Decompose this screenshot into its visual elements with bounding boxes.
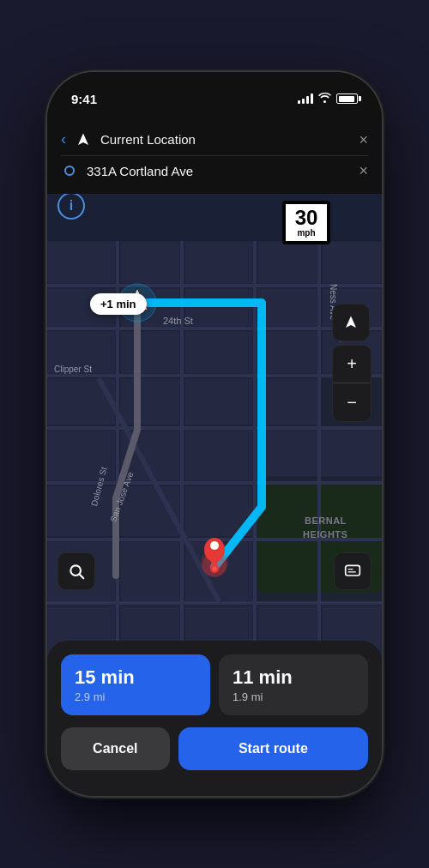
info-bubble: +1 min bbox=[90, 293, 147, 315]
route-option-1-dist: 2.9 mi bbox=[75, 690, 196, 703]
zoom-controls: + − bbox=[332, 345, 372, 422]
info-button[interactable]: i bbox=[57, 192, 85, 220]
start-route-button[interactable]: Start route bbox=[178, 727, 368, 770]
svg-rect-16 bbox=[47, 378, 116, 425]
svg-rect-3 bbox=[184, 241, 253, 284]
status-icons bbox=[298, 93, 358, 105]
svg-rect-12 bbox=[120, 331, 180, 374]
svg-rect-18 bbox=[184, 378, 253, 425]
destination-text: 331A Cortland Ave bbox=[87, 164, 350, 178]
search-area: ‹ Current Location × 331A Cortland Ave × bbox=[47, 115, 382, 194]
svg-text:BERNAL: BERNAL bbox=[305, 515, 347, 526]
action-buttons: Cancel Start route bbox=[61, 727, 368, 770]
map-controls: + − bbox=[332, 304, 372, 422]
origin-text: Current Location bbox=[100, 132, 350, 147]
svg-rect-2 bbox=[120, 241, 180, 284]
svg-rect-9 bbox=[257, 288, 317, 327]
route-option-2[interactable]: 11 min 1.9 mi bbox=[219, 654, 368, 715]
origin-close-button[interactable]: × bbox=[359, 132, 368, 148]
route-option-1[interactable]: 15 min 2.9 mi bbox=[61, 654, 210, 715]
speed-limit-sign: 30 mph bbox=[282, 201, 330, 244]
route-option-1-time: 15 min bbox=[75, 666, 196, 689]
destination-row: 331A Cortland Ave × bbox=[61, 156, 368, 185]
phone-frame: 9:41 ‹ bbox=[47, 72, 382, 796]
svg-text:24th St: 24th St bbox=[163, 316, 193, 326]
svg-text:Clipper St: Clipper St bbox=[54, 365, 92, 374]
navigate-button[interactable] bbox=[332, 304, 370, 341]
battery-icon bbox=[336, 93, 358, 104]
svg-rect-17 bbox=[120, 378, 180, 425]
svg-rect-1 bbox=[47, 241, 116, 284]
zoom-out-button[interactable]: − bbox=[333, 383, 371, 421]
svg-rect-8 bbox=[184, 288, 253, 327]
svg-rect-29 bbox=[120, 541, 180, 601]
wifi-icon bbox=[318, 93, 331, 105]
svg-point-62 bbox=[213, 567, 217, 571]
status-time: 9:41 bbox=[71, 92, 97, 106]
svg-rect-25 bbox=[47, 485, 116, 537]
status-bar: 9:41 bbox=[47, 72, 382, 115]
signal-bars-icon bbox=[298, 93, 313, 104]
back-button[interactable]: ‹ bbox=[61, 130, 66, 148]
svg-rect-4 bbox=[257, 241, 317, 284]
svg-rect-19 bbox=[257, 378, 317, 425]
destination-dot-icon bbox=[64, 166, 75, 176]
svg-rect-22 bbox=[184, 430, 253, 481]
svg-text:HEIGHTS: HEIGHTS bbox=[303, 529, 347, 539]
svg-point-59 bbox=[210, 541, 219, 550]
message-float-button[interactable] bbox=[334, 552, 372, 590]
cancel-button[interactable]: Cancel bbox=[61, 727, 170, 770]
route-option-2-dist: 1.9 mi bbox=[233, 690, 354, 703]
bottom-panel: 15 min 2.9 mi 11 min 1.9 mi Cancel Start… bbox=[47, 641, 382, 796]
origin-row: ‹ Current Location × bbox=[61, 124, 368, 156]
svg-rect-5 bbox=[322, 241, 382, 284]
speed-limit-unit: mph bbox=[286, 228, 327, 238]
speed-limit-number: 30 bbox=[286, 208, 327, 228]
search-float-button[interactable] bbox=[57, 552, 95, 590]
svg-line-66 bbox=[80, 575, 84, 579]
zoom-in-button[interactable]: + bbox=[333, 346, 371, 383]
route-option-2-time: 11 min bbox=[233, 666, 354, 689]
svg-rect-67 bbox=[346, 565, 360, 576]
route-options: 15 min 2.9 mi 11 min 1.9 mi bbox=[61, 654, 368, 715]
svg-rect-14 bbox=[257, 331, 317, 374]
destination-close-button[interactable]: × bbox=[359, 163, 368, 178]
svg-rect-13 bbox=[184, 331, 253, 374]
navigation-arrow-icon bbox=[75, 131, 92, 148]
